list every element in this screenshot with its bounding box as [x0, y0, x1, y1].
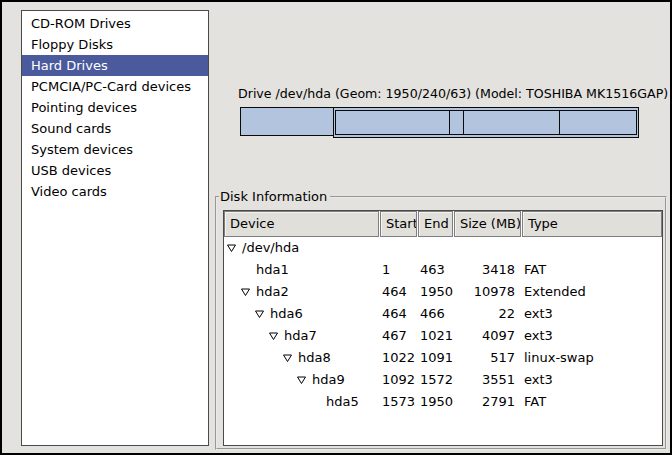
- size-cell: 10978: [454, 281, 521, 303]
- tree-indent: [226, 380, 296, 381]
- end-cell: 1950: [418, 281, 453, 303]
- expander-open-icon[interactable]: [296, 375, 312, 385]
- table-row-hda2[interactable]: hda2 464 1950 10978 Extended: [224, 281, 662, 303]
- end-cell: 1091: [418, 347, 453, 369]
- table-row-hda6[interactable]: hda6 464 466 22 ext3: [224, 303, 662, 325]
- start-cell: 464: [380, 281, 417, 303]
- disk-table: Device Start End Size (MB) Type /dev/hda…: [223, 210, 663, 446]
- tree-indent: [226, 292, 240, 293]
- sidebar-item-floppy-disks[interactable]: Floppy Disks: [22, 34, 208, 55]
- device-cell-label: hda7: [284, 325, 317, 347]
- partition-segment-hda8: [450, 110, 464, 135]
- sidebar-item-label: System devices: [31, 142, 133, 157]
- sidebar-item-label: Pointing devices: [31, 100, 137, 115]
- start-cell: 1022: [380, 347, 417, 369]
- column-header-end[interactable]: End: [418, 211, 453, 237]
- column-header-device[interactable]: Device: [224, 211, 379, 237]
- start-cell: 1573: [380, 391, 417, 413]
- type-cell: FAT: [522, 391, 662, 413]
- sidebar-item-cd-rom-drives[interactable]: CD-ROM Drives: [22, 13, 208, 34]
- table-row-hda1[interactable]: hda1 1 463 3418 FAT: [224, 259, 662, 281]
- size-cell: 3418: [454, 259, 521, 281]
- type-cell: FAT: [522, 259, 662, 281]
- column-header-size[interactable]: Size (MB): [454, 211, 521, 237]
- sidebar-item-usb-devices[interactable]: USB devices: [22, 160, 208, 181]
- device-cell: hda5: [224, 391, 379, 413]
- column-header-start[interactable]: Start: [380, 211, 417, 237]
- type-cell: ext3: [522, 369, 662, 391]
- device-cell: hda7: [224, 325, 379, 347]
- drive-info-label: Drive /dev/hda (Geom: 1950/240/63) (Mode…: [238, 86, 642, 101]
- expander-open-icon[interactable]: [254, 309, 270, 319]
- device-cell: hda9: [224, 369, 379, 391]
- device-cell-label: hda5: [326, 391, 359, 413]
- sidebar-item-label: USB devices: [31, 163, 111, 178]
- table-header-row: Device Start End Size (MB) Type: [224, 211, 662, 237]
- groupbox-title: Disk Information: [219, 189, 330, 204]
- tree-indent: [226, 270, 240, 271]
- partition-segment-hda2: [333, 107, 639, 138]
- size-cell: [454, 237, 521, 259]
- tree-indent: [226, 402, 310, 403]
- table-row-hda9[interactable]: hda9 1092 1572 3551 ext3: [224, 369, 662, 391]
- tree-indent: [226, 358, 282, 359]
- end-cell: 466: [418, 303, 453, 325]
- disk-table-body: /dev/hda hda1 1 463 3418 FAT hda2 464 19…: [224, 237, 662, 413]
- device-cell-label: hda8: [298, 347, 331, 369]
- sidebar-item-video-cards[interactable]: Video cards: [22, 181, 208, 202]
- size-cell: 22: [454, 303, 521, 325]
- sidebar-item-label: Floppy Disks: [31, 37, 113, 52]
- end-cell: 1572: [418, 369, 453, 391]
- start-cell: 467: [380, 325, 417, 347]
- end-cell: 463: [418, 259, 453, 281]
- expander-open-icon[interactable]: [240, 265, 256, 275]
- device-cell: hda2: [224, 281, 379, 303]
- device-cell-label: hda6: [270, 303, 303, 325]
- type-cell: linux-swap: [522, 347, 662, 369]
- device-cell: hda6: [224, 303, 379, 325]
- type-cell: ext3: [522, 325, 662, 347]
- device-cell-label: /dev/hda: [242, 237, 299, 259]
- sidebar-item-pointing-devices[interactable]: Pointing devices: [22, 97, 208, 118]
- size-cell: 517: [454, 347, 521, 369]
- sidebar-item-pcmcia-pc-card-devices[interactable]: PCMCIA/PC-Card devices: [22, 76, 208, 97]
- end-cell: 1950: [418, 391, 453, 413]
- expander-open-icon[interactable]: [226, 243, 242, 253]
- type-cell: [522, 237, 662, 259]
- column-header-type[interactable]: Type: [522, 211, 662, 237]
- size-cell: 3551: [454, 369, 521, 391]
- start-cell: 1092: [380, 369, 417, 391]
- device-cell: hda8: [224, 347, 379, 369]
- sidebar-item-label: CD-ROM Drives: [31, 16, 131, 31]
- hardware-browser-window: CD-ROM Drives Floppy Disks Hard Drives P…: [0, 0, 672, 455]
- table-row-hda8[interactable]: hda8 1022 1091 517 linux-swap: [224, 347, 662, 369]
- disk-information-groupbox: Disk Information Device Start End Size (…: [215, 196, 667, 450]
- expander-open-icon[interactable]: [268, 331, 284, 341]
- partition-segment-hda1: [240, 107, 333, 136]
- start-cell: 1: [380, 259, 417, 281]
- table-row-hda5[interactable]: hda5 1573 1950 2791 FAT: [224, 391, 662, 413]
- device-category-list: CD-ROM Drives Floppy Disks Hard Drives P…: [21, 10, 209, 446]
- table-row-dev-hda[interactable]: /dev/hda: [224, 237, 662, 259]
- sidebar-item-hard-drives[interactable]: Hard Drives: [22, 55, 208, 76]
- start-cell: 464: [380, 303, 417, 325]
- type-cell: Extended: [522, 281, 662, 303]
- sidebar-item-label: Video cards: [31, 184, 107, 199]
- device-cell-label: hda1: [256, 259, 289, 281]
- start-cell: [380, 237, 417, 259]
- type-cell: ext3: [522, 303, 662, 325]
- device-cell-label: hda9: [312, 369, 345, 391]
- end-cell: [418, 237, 453, 259]
- sidebar-item-label: Sound cards: [31, 121, 111, 136]
- tree-indent: [226, 336, 268, 337]
- expander-open-icon[interactable]: [282, 353, 298, 363]
- sidebar-item-system-devices[interactable]: System devices: [22, 139, 208, 160]
- device-cell: /dev/hda: [224, 237, 379, 259]
- end-cell: 1021: [418, 325, 453, 347]
- expander-open-icon[interactable]: [240, 287, 256, 297]
- sidebar-item-sound-cards[interactable]: Sound cards: [22, 118, 208, 139]
- partition-bar: [240, 107, 639, 138]
- expander-open-icon[interactable]: [310, 397, 326, 407]
- sidebar-item-label: PCMCIA/PC-Card devices: [31, 79, 191, 94]
- table-row-hda7[interactable]: hda7 467 1021 4097 ext3: [224, 325, 662, 347]
